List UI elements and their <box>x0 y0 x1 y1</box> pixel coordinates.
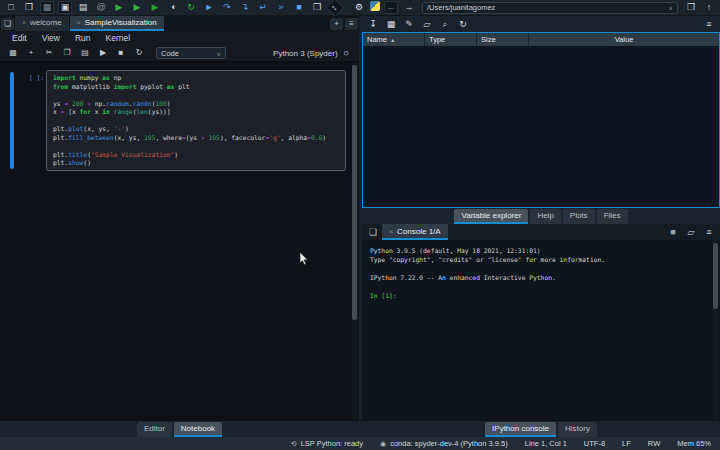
console-line <box>370 264 710 273</box>
open-working-dir-icon[interactable]: ❐ <box>684 1 698 14</box>
status-label: LF <box>622 439 631 448</box>
new-tab-button[interactable]: + <box>330 18 343 30</box>
console-tab-bar: ❏ ×Console 1/A ■▱≡ <box>362 224 720 240</box>
step-over-icon[interactable]: ↷ <box>220 1 234 14</box>
notebook-canvas[interactable]: [ ]: import numpy as npfrom matplotlib i… <box>0 62 359 421</box>
save-notebook-icon[interactable]: ▦ <box>6 47 20 60</box>
code-analysis-icon[interactable]: @ <box>94 1 108 14</box>
maximize-pane-icon[interactable]: ↔ <box>325 0 344 17</box>
preferences-icon[interactable]: ⚙ <box>352 1 366 14</box>
parent-dir-icon[interactable]: ↑ <box>702 1 716 14</box>
column-header-size[interactable]: Size <box>477 33 529 46</box>
scrollbar-handle[interactable] <box>713 243 718 309</box>
table-body-empty[interactable] <box>363 46 719 207</box>
step-into-icon[interactable]: ↴ <box>238 1 252 14</box>
tab-console-1-a[interactable]: ×Console 1/A <box>382 224 448 240</box>
console-scrollbar[interactable] <box>713 240 719 421</box>
pane-tab-plots[interactable]: Plots <box>563 209 595 224</box>
main-toolbar: □❐▦▣▤@▶▶▶◖↻►↷↴↵»■❒↔ ⚙←→ ∨ ❐↑ <box>0 0 720 16</box>
run-cell-icon[interactable]: ▶ <box>96 47 110 60</box>
code-line <box>53 91 339 100</box>
tab-welcome[interactable]: ×welcome <box>15 16 69 31</box>
ipython-console[interactable]: Python 3.9.5 (default, May 18 2021, 12:3… <box>362 240 720 421</box>
run-selection-icon[interactable]: ◖ <box>166 1 180 14</box>
cell-type-dropdown[interactable]: Code ∨ <box>156 47 226 59</box>
back-icon[interactable]: ← <box>384 1 398 14</box>
new-file-icon[interactable]: □ <box>4 1 18 14</box>
debug-file-icon[interactable]: ► <box>202 1 216 14</box>
close-tab-icon[interactable]: × <box>77 19 81 26</box>
run-file-icon[interactable]: ▶ <box>112 1 126 14</box>
cursor-position: Line 1, Col 1 <box>525 439 567 448</box>
step-return-icon[interactable]: ↵ <box>256 1 270 14</box>
status-label: UTF-8 <box>584 439 605 448</box>
menu-run[interactable]: Run <box>75 33 91 43</box>
copy-cell-icon[interactable]: ❐ <box>60 47 74 60</box>
pane-tab-variable-explorer[interactable]: Variable explorer <box>454 209 528 224</box>
tab-label: welcome <box>30 18 62 27</box>
memory-status: Mem 65% <box>677 439 711 448</box>
debug-continue-icon[interactable]: » <box>274 1 288 14</box>
add-cell-icon[interactable]: + <box>24 47 38 60</box>
save-data-icon[interactable]: ▦ <box>384 18 398 31</box>
open-file-icon[interactable]: ❐ <box>22 1 36 14</box>
browse-tabs-icon[interactable]: ❏ <box>1 18 14 30</box>
chevron-down-icon: ∨ <box>217 50 221 57</box>
lsp-status: ⟲LSP Python: ready <box>291 439 363 448</box>
forward-icon[interactable]: → <box>402 1 416 14</box>
kernel-name-label: Python 3 (Spyder) <box>273 49 337 58</box>
working-directory-combobox[interactable]: ∨ <box>422 2 678 14</box>
pane-tab-help[interactable]: Help <box>530 209 560 224</box>
menu-view[interactable]: View <box>42 33 60 43</box>
run-cell-icon[interactable]: ▶ <box>130 1 144 14</box>
cut-cell-icon[interactable]: ✂ <box>42 47 56 60</box>
import-data-icon[interactable]: ↧ <box>366 18 380 31</box>
options-menu-icon[interactable]: ≡ <box>702 226 716 239</box>
restart-kernel-icon[interactable]: ↻ <box>132 47 146 60</box>
editor-pane: ❏ ×welcome×SampleVisualization + ≡ EditV… <box>0 16 359 437</box>
pane-tab-files[interactable]: Files <box>597 209 628 224</box>
save-icon[interactable]: ▦ <box>40 1 54 14</box>
interrupt-kernel-icon[interactable]: ■ <box>114 47 128 60</box>
menu-edit[interactable]: Edit <box>12 33 27 43</box>
file-switcher-icon[interactable]: ▤ <box>76 1 90 14</box>
editor-scrollbar[interactable] <box>352 62 358 421</box>
code-line: plt.fill_between(x, ys, 195, where=(ys >… <box>53 134 339 143</box>
conda-env-icon: ◉ <box>380 440 386 448</box>
cell-prompt: [ ]: <box>29 74 44 81</box>
variable-explorer-table[interactable]: Name ▲ Type Size Value <box>362 32 720 208</box>
paste-cell-icon[interactable]: ▤ <box>78 47 92 60</box>
save-all-icon[interactable]: ▣ <box>58 1 72 14</box>
browse-tabs-icon[interactable]: ❏ <box>366 226 380 239</box>
interrupt-kernel-icon[interactable]: ■ <box>666 226 680 239</box>
sort-ascending-icon: ▲ <box>390 37 395 43</box>
pane-tab-history[interactable]: History <box>558 422 597 437</box>
close-tab-icon[interactable]: × <box>389 228 393 235</box>
pane-window-icon[interactable]: ❒ <box>310 1 324 14</box>
tab-menu-icon[interactable]: ≡ <box>345 18 358 30</box>
pane-tab-ipython-console[interactable]: IPython console <box>485 422 556 437</box>
column-header-value[interactable]: Value <box>529 33 719 46</box>
refresh-icon[interactable]: ↻ <box>456 18 470 31</box>
chevron-down-icon[interactable]: ∨ <box>669 4 673 11</box>
code-cell[interactable]: import numpy as npfrom matplotlib import… <box>46 70 346 171</box>
tab-samplevisualization[interactable]: ×SampleVisualization <box>70 16 164 31</box>
run-cell-advance-icon[interactable]: ▶ <box>148 1 162 14</box>
scrollbar-handle[interactable] <box>352 65 357 320</box>
rerun-cell-icon[interactable]: ↻ <box>184 1 198 14</box>
remove-variables-icon[interactable]: ▱ <box>684 226 698 239</box>
pane-tab-notebook[interactable]: Notebook <box>174 422 222 437</box>
column-header-type[interactable]: Type <box>425 33 477 46</box>
column-header-name[interactable]: Name ▲ <box>363 33 425 46</box>
variable-explorer-toolbar: ↧▦✎▱⌕↻ ≡ <box>362 16 720 32</box>
pane-tab-editor[interactable]: Editor <box>137 422 172 437</box>
save-data-as-icon[interactable]: ✎ <box>402 18 416 31</box>
remove-variables-icon[interactable]: ▱ <box>420 18 434 31</box>
close-tab-icon[interactable]: × <box>22 19 26 26</box>
search-icon[interactable]: ⌕ <box>438 18 452 31</box>
options-menu-icon[interactable]: ≡ <box>702 18 716 31</box>
menu-kernel[interactable]: Kernel <box>106 33 131 43</box>
python-path-manager-icon[interactable] <box>370 1 380 11</box>
debug-stop-icon[interactable]: ■ <box>292 1 306 14</box>
working-directory-input[interactable] <box>427 3 669 12</box>
